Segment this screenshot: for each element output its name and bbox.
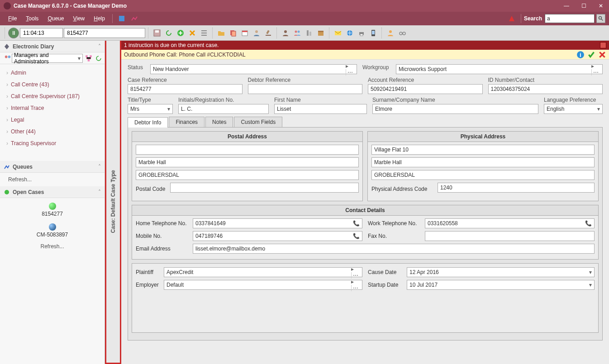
physical-line1-input[interactable]: Village Flat 10 [371,145,595,155]
physical-code-input[interactable]: 1240 [438,183,595,193]
postal-line2-input[interactable]: Marble Hall [136,157,359,167]
chevron-down-icon: ▾ [78,55,81,61]
tree-icon[interactable] [85,54,93,62]
electronic-diary-header[interactable]: Electronic Diary ˄ [0,41,105,52]
user-icon[interactable] [280,28,291,38]
tab-custom-fields[interactable]: Custom Fields [234,117,282,127]
employer-dropdown[interactable]: Default▸⋯ [164,280,362,290]
work-tel-input[interactable]: 0331620558📞 [425,218,595,228]
person-icon[interactable] [251,28,262,38]
menu-help[interactable]: Help [89,15,109,22]
mail-icon[interactable] [333,28,343,38]
cause-date-input[interactable]: 12 Apr 2016▾ [407,267,595,277]
first-name-input[interactable]: Lisset [274,104,367,114]
workgroup-dropdown[interactable]: Microworks Support▸⋯ [396,64,603,74]
maximize-button[interactable]: ☐ [579,3,588,9]
info-icon[interactable]: i [576,51,585,59]
check-icon[interactable] [587,51,595,59]
tree-item-call-centre[interactable]: Call Centre (43) [2,79,103,90]
role-dropdown[interactable]: Managers and Administrators ▾ [12,54,83,63]
surname-input[interactable]: Elmore [372,104,538,114]
tree-item-other[interactable]: Other (44) [2,126,103,137]
tree-item-legal[interactable]: Legal [2,114,103,126]
folder-icon[interactable] [216,28,227,38]
calendar-icon[interactable] [239,28,250,38]
phone-icon[interactable] [368,28,379,38]
language-label: Language Preference [544,97,603,103]
phone-icon[interactable]: 📞 [353,233,360,239]
open-case-2[interactable]: CM-5083897 [4,231,101,241]
tab-debtor-info[interactable]: Debtor Info [128,117,168,128]
tree-item-tracing-supervisor[interactable]: Tracing Supervisor [2,137,103,149]
language-dropdown[interactable]: English▾ [544,104,603,114]
svg-line-3 [601,19,603,21]
status-dropdown[interactable]: New Handover▸⋯ [150,64,357,74]
instruction-flag-icon[interactable] [600,42,606,48]
open-cases-refresh-link[interactable]: Refresh... [4,241,101,251]
close-icon[interactable] [598,51,606,59]
email-input[interactable]: lisset.elmore@mailbox.demo [193,244,595,254]
box-icon[interactable] [315,28,326,38]
list-icon[interactable] [199,28,209,38]
phone-icon[interactable]: 📞 [585,220,592,227]
case-ref-box[interactable]: 8154277 [64,28,145,38]
building-icon[interactable] [304,28,314,38]
tree-item-admin[interactable]: Admin [2,67,103,79]
svg-point-29 [400,32,402,35]
open-cases-header[interactable]: Open Cases ˄ [0,186,105,198]
fax-input[interactable] [425,231,595,241]
tree-item-call-centre-supervisor[interactable]: Call Centre Supervisor (187) [2,90,103,102]
menu-extra2-icon[interactable] [131,15,138,22]
copy-icon[interactable] [228,28,238,38]
gavel-icon[interactable] [263,28,274,38]
phone-icon[interactable]: 📞 [353,220,360,227]
menu-view[interactable]: View [68,15,89,22]
user2-icon[interactable] [385,28,396,38]
refresh-icon[interactable] [163,28,174,38]
refresh-tree-icon[interactable] [95,54,103,62]
add-icon[interactable] [175,28,186,38]
physical-line3-input[interactable]: GROBLERSDAL [371,170,595,180]
physical-address-header: Physical Address [368,132,598,142]
initials-input[interactable]: L. C. [178,104,269,114]
minimize-button[interactable]: — [562,3,571,9]
postal-line1-input[interactable] [136,145,359,155]
mobile-input[interactable]: 047189746📞 [193,231,362,241]
account-reference-input[interactable]: 509204219491 [368,84,483,94]
home-tel-input[interactable]: 0337841649📞 [193,218,362,228]
menu-queue[interactable]: Queue [43,15,68,22]
delete-icon[interactable] [187,28,198,38]
debtor-reference-input[interactable] [248,84,363,94]
title-type-dropdown[interactable]: Mrs▾ [128,104,173,114]
title-bar: Case Manager 6.0.7.0 - Case Manager Demo… [0,0,609,12]
tab-finances[interactable]: Finances [169,117,205,127]
group-icon[interactable] [292,28,303,38]
search-input[interactable] [545,14,595,23]
svg-point-28 [389,30,392,33]
case-reference-input[interactable]: 8154277 [128,84,243,94]
physical-line2-input[interactable]: Marble Hall [371,157,595,167]
globe-icon[interactable] [344,28,355,38]
tree-item-internal-trace[interactable]: Internal Trace [2,102,103,114]
glasses-icon[interactable] [397,28,408,38]
startup-date-input[interactable]: 10 Jul 2017▾ [407,280,595,290]
postal-code-input[interactable] [170,183,359,193]
menu-file[interactable]: File [4,15,21,22]
save-icon[interactable] [152,28,162,38]
case-type-vertical-tab[interactable]: Case: Default Case Type [105,41,121,364]
print-icon[interactable] [356,28,367,38]
status-label: Status [128,64,145,71]
open-case-1[interactable]: 8154277 [4,210,101,221]
id-number-input[interactable]: 1203046375024 [488,84,603,94]
plaintiff-dropdown[interactable]: ApexCredit▸⋯ [164,267,362,277]
menu-extra1-icon[interactable] [118,15,125,22]
queues-header[interactable]: Queues ˄ [0,161,105,173]
play-button[interactable]: ⏸ [8,28,19,38]
search-button[interactable] [596,14,605,23]
tab-notes[interactable]: Notes [205,117,233,127]
menu-alert-icon[interactable] [508,15,515,22]
menu-tools[interactable]: Tools [21,15,43,22]
close-button[interactable]: ✕ [596,3,605,9]
postal-line3-input[interactable]: GROBLERSDAL [136,170,359,180]
queues-refresh-link[interactable]: Refresh... [4,175,101,184]
